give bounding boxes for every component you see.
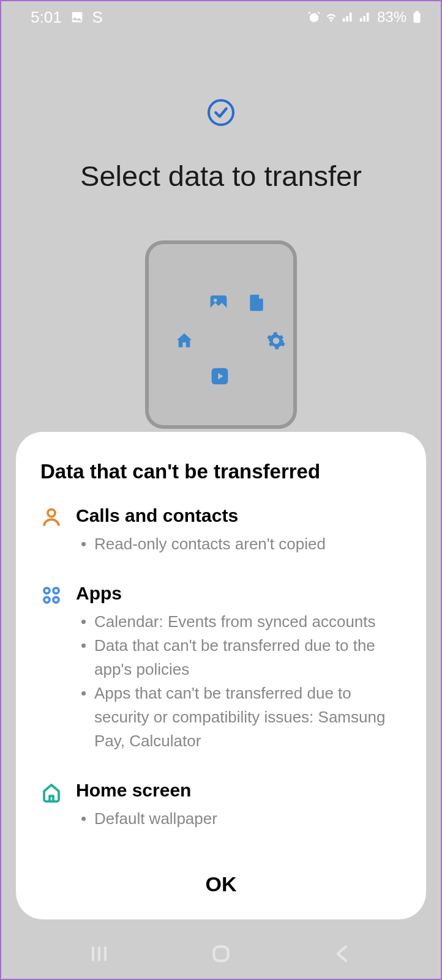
list-item: Calendar: Events from synced accounts <box>76 610 402 634</box>
svg-point-11 <box>53 597 59 603</box>
alarm-icon <box>307 10 321 24</box>
item-title: Calls and contacts <box>76 505 402 526</box>
back-button[interactable] <box>331 941 355 966</box>
list-item: Apps that can't be transferred due to se… <box>76 681 402 753</box>
svg-rect-3 <box>415 11 419 13</box>
item-bullet-list: Default wallpaper <box>76 807 402 831</box>
status-left: 5:01 S <box>31 8 103 27</box>
home-icon <box>174 331 194 351</box>
sim1-signal-icon <box>342 10 355 24</box>
svg-point-7 <box>48 510 55 517</box>
battery-percent: 83% <box>377 9 406 26</box>
item-bullet-list: Calendar: Events from synced accounts Da… <box>76 610 402 753</box>
svg-rect-2 <box>414 13 421 23</box>
person-icon <box>40 507 62 529</box>
image-icon <box>209 293 228 313</box>
list-item: Data that can't be transferred due to th… <box>76 634 402 681</box>
item-calls-contacts: Calls and contacts Read-only contacts ar… <box>40 505 402 556</box>
navigation-bar <box>1 929 441 979</box>
status-time: 5:01 <box>31 8 62 27</box>
gear-icon <box>266 331 286 351</box>
item-home-screen: Home screen Default wallpaper <box>40 780 402 831</box>
list-item: Default wallpaper <box>76 807 402 831</box>
battery-icon <box>410 10 424 24</box>
status-s-icon: S <box>92 8 103 27</box>
list-item: Read-only contacts aren't copied <box>76 532 402 556</box>
recents-button[interactable] <box>87 941 111 966</box>
sim2-signal-icon <box>359 10 372 24</box>
svg-point-9 <box>53 588 59 593</box>
main-content: Select data to transfer <box>1 33 441 429</box>
page-title: Select data to transfer <box>80 159 362 193</box>
play-icon <box>210 366 230 386</box>
svg-point-10 <box>44 597 50 603</box>
check-circle-icon <box>208 99 234 126</box>
card-title: Data that can't be transferred <box>40 460 402 483</box>
file-icon <box>247 293 266 313</box>
svg-point-5 <box>214 299 217 302</box>
home-outline-icon <box>40 781 62 803</box>
wifi-icon <box>324 10 338 24</box>
apps-icon <box>40 584 62 606</box>
item-title: Home screen <box>76 780 402 801</box>
ok-button[interactable]: OK <box>40 858 402 911</box>
status-right: 83% <box>307 9 424 26</box>
item-bullet-list: Read-only contacts aren't copied <box>76 532 402 556</box>
svg-rect-15 <box>214 946 228 960</box>
home-button[interactable] <box>209 941 233 966</box>
svg-point-8 <box>44 588 50 593</box>
device-illustration <box>145 240 297 429</box>
item-apps: Apps Calendar: Events from synced accoun… <box>40 583 402 753</box>
item-title: Apps <box>76 583 402 604</box>
svg-point-1 <box>310 13 319 23</box>
picture-icon <box>70 10 84 24</box>
status-bar: 5:01 S 83% <box>1 1 441 33</box>
info-card: Data that can't be transferred Calls and… <box>16 432 426 919</box>
